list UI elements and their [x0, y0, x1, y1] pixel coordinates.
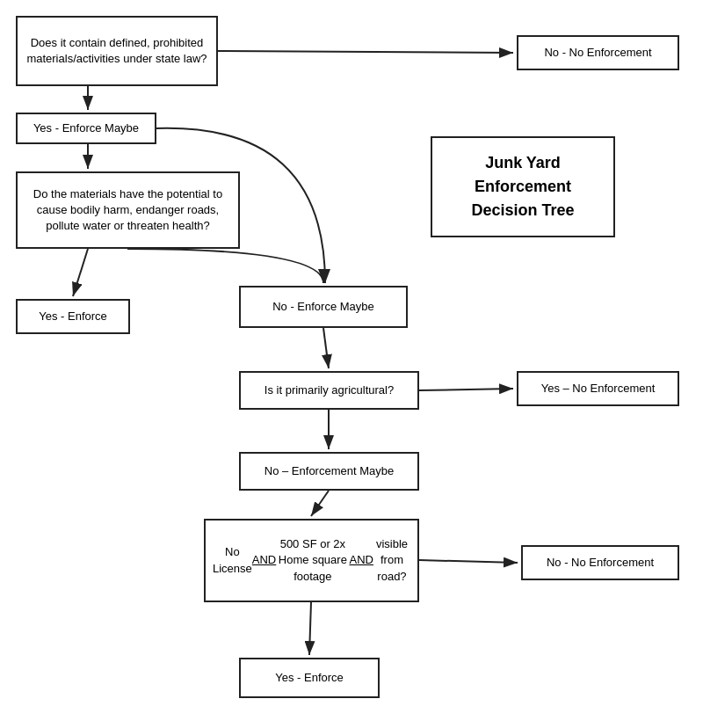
svg-line-8: [311, 491, 329, 516]
svg-line-1: [218, 51, 513, 53]
box-no-enforcement-maybe-2: No – Enforcement Maybe: [239, 452, 419, 491]
box-no-no-enforcement-2: No - No Enforcement: [521, 545, 679, 580]
box-question2: Do the materials have the potential to c…: [16, 171, 240, 249]
title-box: Junk YardEnforcementDecision Tree: [431, 136, 615, 237]
box-no-enforce-maybe-1: No - Enforce Maybe: [239, 286, 408, 328]
svg-line-9: [419, 560, 518, 563]
box-no-enforcement-1: No - No Enforcement: [517, 35, 679, 70]
box-yes-enforce-final: Yes - Enforce: [239, 658, 380, 698]
svg-line-6: [419, 389, 513, 390]
svg-line-5: [323, 328, 329, 368]
box-yes-enforce-1: Yes - Enforce: [16, 299, 130, 334]
box-yes-enforce-maybe-1: Yes - Enforce Maybe: [16, 113, 156, 144]
svg-line-10: [309, 602, 311, 655]
box-question3: Is it primarily agricultural?: [239, 371, 419, 410]
svg-line-4: [73, 249, 88, 296]
box-question4: No License AND 500 SF or 2x Home square …: [204, 519, 419, 602]
box-yes-no-enforcement: Yes – No Enforcement: [517, 371, 679, 406]
box-question1: Does it contain defined, prohibited mate…: [16, 16, 218, 86]
